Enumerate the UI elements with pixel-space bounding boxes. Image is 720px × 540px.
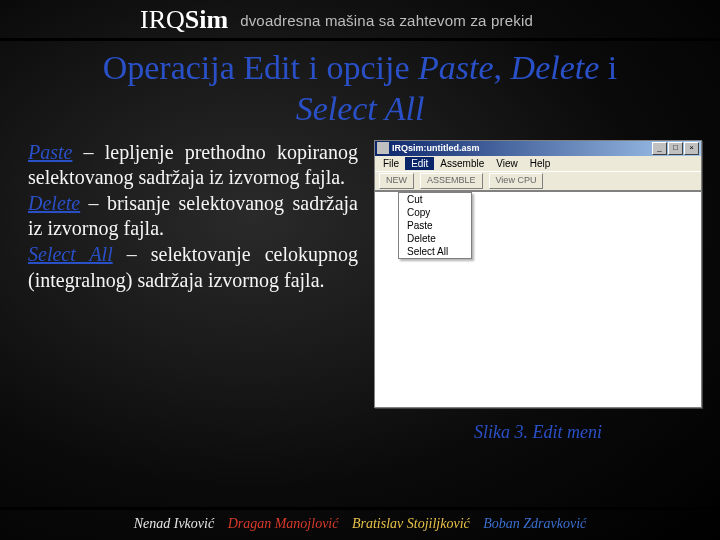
edit-dropdown: Cut Copy Paste Delete Select All [398,192,472,259]
logo-prefix: IRQ [140,5,185,34]
logo-subtitle: dvoadresna mašina sa zahtevom za prekid [240,12,533,29]
para-delete: Delete – brisanje selektovanog sadržaja … [28,191,358,242]
titlebar: IRQsim:untitled.asm _ □ × [375,141,701,156]
desc-paste: – lepljenje prethodno kopiranog selektov… [28,141,358,189]
menu-item-copy[interactable]: Copy [399,206,471,219]
term-paste: Paste [28,141,72,163]
title-italic-paste: Paste [418,49,494,86]
divider-bottom [0,507,720,510]
minimize-button[interactable]: _ [652,142,667,155]
title-text-1: Operacija Edit i opcije [103,49,418,86]
figure-caption: Slika 3. Edit meni [374,422,702,443]
app-window: IRQsim:untitled.asm _ □ × File Edit Asse… [374,140,702,408]
close-button[interactable]: × [684,142,699,155]
maximize-button[interactable]: □ [668,142,683,155]
new-button[interactable]: NEW [379,173,414,189]
author-2: Dragan Manojlović [228,516,339,531]
body-text: Paste – lepljenje prethodno kopiranog se… [28,140,358,443]
logo-suffix: Sim [185,5,228,34]
menubar: File Edit Assemble View Help [375,156,701,171]
assemble-button[interactable]: ASSEMBLE [420,173,483,189]
window-title: IRQsim:untitled.asm [392,143,480,153]
menu-edit[interactable]: Edit [405,157,434,170]
logo: IRQSim [140,5,228,35]
app-icon [377,142,389,154]
menu-item-cut[interactable]: Cut [399,193,471,206]
menu-item-delete[interactable]: Delete [399,232,471,245]
editor-area[interactable]: Cut Copy Paste Delete Select All [375,191,701,407]
header-strip: IRQSim dvoadresna mašina sa zahtevom za … [0,0,720,38]
page-title: Operacija Edit i opcije Paste, Delete i … [20,48,700,130]
title-italic-delete: Delete [511,49,600,86]
title-italic-selectall: Select All [296,90,425,127]
view-cpu-button[interactable]: View CPU [489,173,544,189]
term-selectall: Select All [28,243,113,265]
title-i: i [599,49,617,86]
author-4: Boban Zdravković [483,516,586,531]
author-3: Bratislav Stojiljković [352,516,470,531]
term-delete: Delete [28,192,80,214]
para-paste: Paste – lepljenje prethodno kopiranog se… [28,140,358,191]
menu-view[interactable]: View [490,157,524,170]
menu-item-selectall[interactable]: Select All [399,245,471,258]
menu-item-paste[interactable]: Paste [399,219,471,232]
divider-top [0,38,720,41]
content-row: Paste – lepljenje prethodno kopiranog se… [0,134,720,443]
author-1: Nenad Ivković [134,516,214,531]
figure: IRQsim:untitled.asm _ □ × File Edit Asse… [374,140,702,443]
menu-file[interactable]: File [377,157,405,170]
menu-assemble[interactable]: Assemble [434,157,490,170]
window-buttons: _ □ × [652,142,699,155]
para-selectall: Select All – selektovanje celokupnog (in… [28,242,358,293]
title-comma: , [494,49,511,86]
authors: Nenad Ivković Dragan Manojlović Bratisla… [0,516,720,532]
menu-help[interactable]: Help [524,157,557,170]
toolbar: NEW ASSEMBLE View CPU [375,171,701,191]
